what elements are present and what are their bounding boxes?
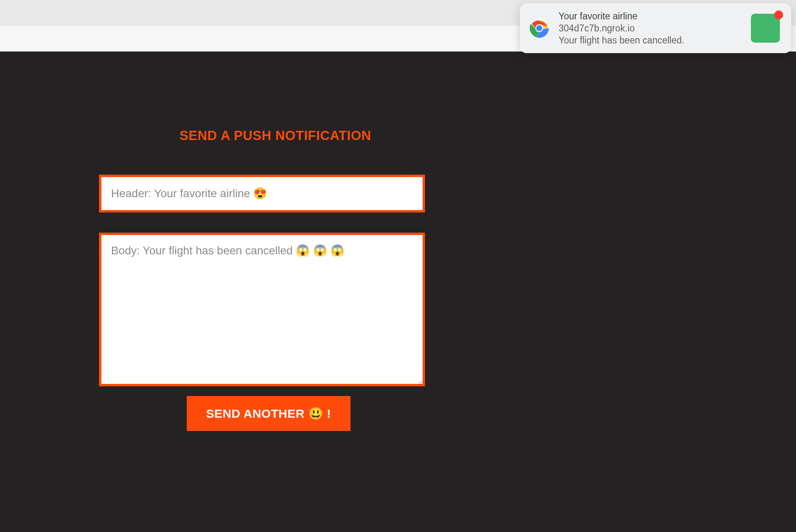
- notification-app-icon: [751, 14, 780, 43]
- send-another-button[interactable]: SEND ANOTHER 😃 !: [187, 396, 351, 431]
- notification-origin: 304d7c7b.ngrok.io: [559, 23, 742, 34]
- notification-title: Your favorite airline: [559, 11, 742, 22]
- body-textarea[interactable]: [99, 233, 425, 386]
- system-notification[interactable]: Your favorite airline 304d7c7b.ngrok.io …: [520, 3, 791, 53]
- svg-point-2: [536, 25, 542, 31]
- chrome-icon: [529, 18, 550, 39]
- page-title: SEND A PUSH NOTIFICATION: [179, 128, 425, 143]
- header-input[interactable]: [99, 175, 425, 212]
- page-body: SEND A PUSH NOTIFICATION SEND ANOTHER 😃 …: [0, 52, 796, 532]
- notification-body: Your flight has been cancelled.: [559, 35, 742, 46]
- push-form: SEND A PUSH NOTIFICATION SEND ANOTHER 😃 …: [99, 128, 425, 431]
- notification-text: Your favorite airline 304d7c7b.ngrok.io …: [559, 11, 742, 46]
